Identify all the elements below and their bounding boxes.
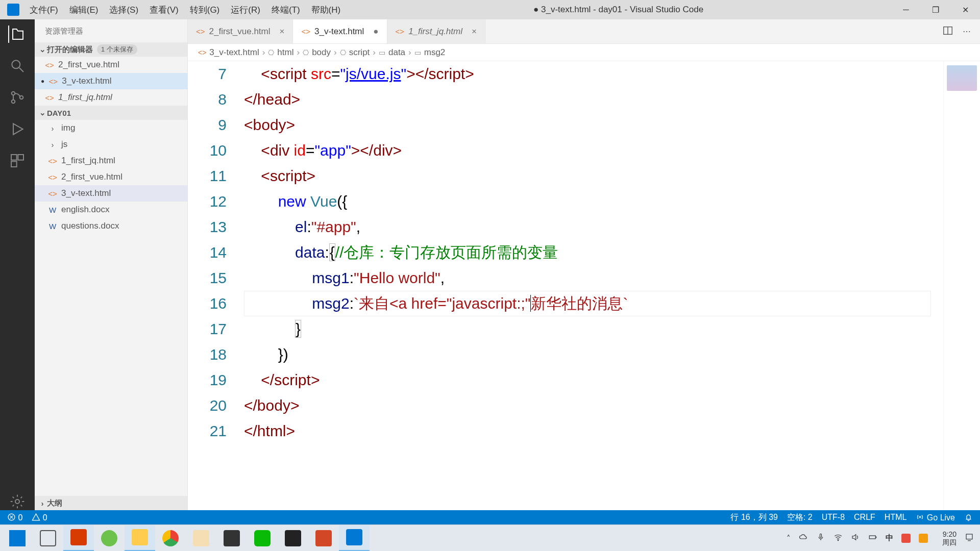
breadcrumb-icon: <> bbox=[198, 48, 206, 57]
title-bar: 文件(F) 编辑(E) 选择(S) 查看(V) 转到(G) 运行(R) 终端(T… bbox=[0, 0, 980, 19]
tray-mic-icon[interactable] bbox=[816, 533, 825, 543]
status-eol[interactable]: CRLF bbox=[854, 513, 875, 522]
code-editor[interactable]: 789101112131415161718192021 <script src=… bbox=[188, 61, 980, 510]
start-button[interactable] bbox=[2, 525, 33, 552]
minimize-button[interactable]: ─ bbox=[891, 0, 921, 19]
maximize-button[interactable]: ❐ bbox=[921, 0, 950, 19]
more-actions-icon[interactable]: ⋯ bbox=[963, 27, 971, 36]
search-icon[interactable] bbox=[9, 57, 26, 74]
file-tree-item[interactable]: Wenglish.docx bbox=[35, 202, 187, 218]
tray-onedrive-icon[interactable] bbox=[799, 533, 808, 543]
taskbar-app-1[interactable] bbox=[63, 525, 94, 552]
status-notifications-icon[interactable] bbox=[964, 513, 973, 522]
svg-point-12 bbox=[838, 540, 839, 541]
file-tree-item[interactable]: <>3_v-text.html bbox=[35, 185, 187, 202]
tray-wifi-icon[interactable] bbox=[834, 533, 843, 543]
open-editors-label: 打开的编辑器 bbox=[47, 45, 93, 55]
modified-dot-icon[interactable]: ● bbox=[373, 27, 378, 37]
settings-gear-icon[interactable] bbox=[9, 493, 26, 510]
tray-notifications-icon[interactable] bbox=[965, 533, 974, 543]
taskbar-app-3[interactable] bbox=[186, 525, 216, 552]
file-tree-item[interactable]: <>1_first_jq.html bbox=[35, 153, 187, 169]
editor-tab[interactable]: <>1_first_jq.html× bbox=[387, 19, 485, 43]
window-title: ● 3_v-text.html - day01 - Visual Studio … bbox=[346, 5, 891, 15]
status-go-live[interactable]: Go Live bbox=[916, 513, 955, 522]
breadcrumb-item[interactable]: html bbox=[277, 47, 293, 58]
breadcrumb-item[interactable]: body bbox=[312, 47, 331, 58]
minimap[interactable] bbox=[943, 61, 980, 510]
file-tree-item[interactable]: ›js bbox=[35, 136, 187, 153]
menu-goto[interactable]: 转到(G) bbox=[185, 2, 225, 18]
status-cursor-position[interactable]: 行 16，列 39 bbox=[730, 512, 777, 523]
vscode-icon bbox=[7, 4, 19, 16]
breadcrumb-icon: ▭ bbox=[414, 48, 421, 57]
tray-chevron-icon[interactable]: ˄ bbox=[787, 534, 791, 543]
close-tab-icon[interactable]: × bbox=[472, 27, 477, 37]
close-window-button[interactable]: ✕ bbox=[950, 0, 980, 19]
breadcrumb-item[interactable]: script bbox=[349, 47, 370, 58]
tray-battery-icon[interactable] bbox=[868, 533, 877, 543]
breadcrumbs[interactable]: <> 3_v-text.html›⎔ html›⎔ body›⎔ script›… bbox=[188, 44, 980, 61]
run-debug-icon[interactable] bbox=[9, 120, 26, 138]
menu-terminal[interactable]: 终端(T) bbox=[266, 2, 305, 18]
svg-rect-4 bbox=[11, 155, 17, 160]
tray-volume-icon[interactable] bbox=[851, 533, 860, 543]
breadcrumb-item[interactable]: msg2 bbox=[424, 47, 446, 58]
editor-tab[interactable]: <>2_first_vue.html× bbox=[188, 19, 293, 43]
chevron-down-icon: ⌄ bbox=[38, 108, 47, 117]
menu-select[interactable]: 选择(S) bbox=[104, 2, 143, 18]
file-tree-item[interactable]: Wquestions.docx bbox=[35, 218, 187, 234]
file-tree-item[interactable]: <>2_first_vue.html bbox=[35, 169, 187, 185]
taskbar-app-2[interactable] bbox=[94, 525, 125, 552]
open-editor-item[interactable]: <>1_first_jq.html bbox=[35, 89, 187, 106]
open-editor-item[interactable]: ●<>3_v-text.html bbox=[35, 73, 187, 89]
taskbar-clock[interactable]: 9:20周四 bbox=[942, 530, 957, 546]
menu-file[interactable]: 文件(F) bbox=[24, 2, 63, 18]
tray-app-icon[interactable] bbox=[901, 534, 911, 543]
svg-point-7 bbox=[15, 499, 19, 504]
outline-section[interactable]: › 大纲 bbox=[35, 496, 187, 510]
taskbar-powerpoint[interactable] bbox=[308, 525, 339, 552]
taskbar-terminal[interactable] bbox=[278, 525, 308, 552]
status-warnings[interactable]: 0 bbox=[32, 513, 47, 522]
breadcrumb-item[interactable]: data bbox=[388, 47, 405, 58]
taskbar-chrome[interactable] bbox=[155, 525, 186, 552]
status-indentation[interactable]: 空格: 2 bbox=[787, 512, 813, 523]
tab-bar: <>2_first_vue.html×<>3_v-text.html●<>1_f… bbox=[188, 19, 980, 44]
tray-app-icon-2[interactable] bbox=[919, 534, 928, 543]
system-tray[interactable]: ˄ 中 9:20周四 bbox=[787, 530, 978, 546]
menu-view[interactable]: 查看(V) bbox=[144, 2, 184, 18]
menu-run[interactable]: 运行(R) bbox=[226, 2, 265, 18]
menu-help[interactable]: 帮助(H) bbox=[306, 2, 346, 18]
split-editor-icon[interactable] bbox=[942, 25, 953, 38]
extensions-icon[interactable] bbox=[9, 152, 26, 169]
menu-edit[interactable]: 编辑(E) bbox=[64, 2, 104, 18]
svg-point-1 bbox=[12, 92, 15, 95]
explorer-icon[interactable] bbox=[8, 26, 26, 43]
taskbar-wechat[interactable] bbox=[247, 525, 278, 552]
taskbar-file-explorer[interactable] bbox=[125, 525, 155, 552]
breadcrumb-item[interactable]: 3_v-text.html bbox=[209, 47, 259, 58]
svg-point-2 bbox=[12, 100, 15, 104]
editor-tab[interactable]: <>3_v-text.html● bbox=[293, 19, 387, 43]
tray-ime-icon[interactable]: 中 bbox=[886, 533, 893, 543]
status-language[interactable]: HTML bbox=[885, 513, 907, 522]
svg-rect-13 bbox=[869, 536, 875, 539]
folder-name: DAY01 bbox=[47, 109, 71, 117]
status-errors[interactable]: 0 bbox=[7, 513, 22, 522]
chevron-down-icon: ⌄ bbox=[38, 45, 47, 54]
svg-rect-5 bbox=[18, 155, 23, 160]
svg-rect-6 bbox=[11, 161, 17, 167]
open-editors-section[interactable]: ⌄ 打开的编辑器 1 个未保存 bbox=[35, 42, 187, 57]
folder-section[interactable]: ⌄ DAY01 bbox=[35, 106, 187, 120]
chevron-right-icon: › bbox=[38, 499, 47, 508]
file-tree-item[interactable]: ›img bbox=[35, 120, 187, 136]
taskbar-app-4[interactable] bbox=[216, 525, 247, 552]
close-tab-icon[interactable]: × bbox=[280, 27, 285, 37]
taskbar-vscode[interactable] bbox=[339, 525, 370, 552]
source-control-icon[interactable] bbox=[9, 89, 26, 106]
svg-point-0 bbox=[12, 60, 20, 68]
status-encoding[interactable]: UTF-8 bbox=[822, 513, 845, 522]
open-editor-item[interactable]: <>2_first_vue.html bbox=[35, 57, 187, 73]
task-view-button[interactable] bbox=[33, 525, 63, 552]
